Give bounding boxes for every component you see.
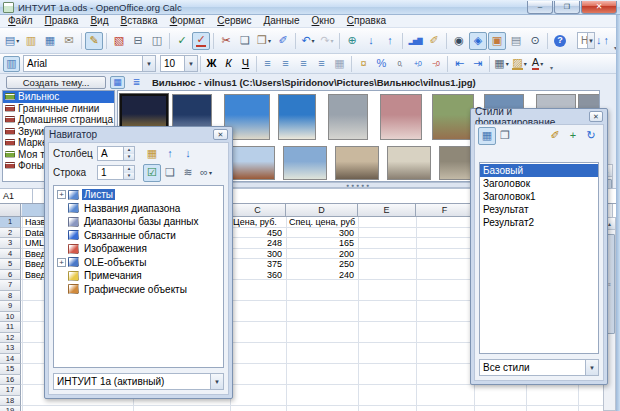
menu-item-4[interactable]: Формат (164, 15, 212, 27)
row-header-13[interactable]: 13 (0, 343, 21, 354)
copy-button[interactable]: ❏ (236, 32, 254, 50)
cell-c2[interactable]: 450 (231, 228, 284, 238)
row-header-7[interactable]: 7 (0, 280, 21, 291)
menu-item-3[interactable]: Вставка (114, 15, 163, 27)
styles-filter-dropdown-icon[interactable]: ▼ (585, 360, 598, 375)
menu-item-5[interactable]: Сервис (211, 15, 257, 27)
row-header-4[interactable]: 4 (0, 249, 21, 260)
edit-file-button[interactable]: ✎ (85, 32, 103, 50)
navigator-tree-item[interactable]: Диапазоны базы данных (54, 215, 223, 229)
title-bar[interactable]: ИНТУИТ 1a.ods - OpenOffice.org Calc (0, 0, 620, 15)
bold-button[interactable]: Ж (203, 56, 220, 72)
detail-view-toggle[interactable]: ≣ (129, 76, 144, 89)
page-styles-button[interactable]: ❐ (496, 127, 514, 145)
column-header-c[interactable]: C (230, 204, 286, 216)
italic-button[interactable]: К (220, 56, 237, 72)
select-all-corner[interactable] (0, 204, 21, 216)
align-justify-button[interactable]: ≡ (313, 56, 330, 72)
gallery-thumbnail[interactable] (328, 94, 368, 140)
paste-button[interactable]: ❒▾ (255, 32, 273, 50)
row-header-17[interactable]: 17 (0, 385, 21, 396)
drag-mode-button[interactable]: ∞▾ (197, 164, 215, 182)
print-button[interactable]: ⊟ (129, 32, 147, 50)
row-header-1[interactable]: 1 (0, 217, 21, 228)
sort-descending-button[interactable]: ↑ (381, 32, 399, 50)
spinner-arrows[interactable]: ▲▼ (123, 147, 134, 160)
font-size-dropdown-icon[interactable]: ▼ (184, 56, 197, 71)
menu-item-2[interactable]: Вид (84, 15, 114, 27)
gallery-theme-1[interactable]: Граничные линии (3, 103, 114, 115)
row-header-18[interactable]: 18 (0, 396, 21, 407)
document-selector-dropdown-icon[interactable]: ▼ (210, 374, 223, 389)
cell-c3[interactable]: 248 (231, 238, 284, 248)
spinner-arrows[interactable]: ▲▼ (123, 166, 134, 179)
find-replace-button[interactable]: ◉ (450, 32, 468, 50)
row-header-9[interactable]: 9 (0, 301, 21, 312)
email-button[interactable]: ✉ (60, 32, 78, 50)
toolbar-overflow-icon[interactable]: ▾ (550, 64, 553, 73)
auto-spellcheck-button[interactable]: ✓ (192, 32, 210, 50)
cut-button[interactable]: ✂ (217, 32, 235, 50)
expander-icon[interactable]: + (57, 258, 66, 267)
icon-view-toggle[interactable]: ▦ (110, 76, 125, 89)
new-document-button[interactable]: ▤▾ (3, 32, 21, 50)
row-header-10[interactable]: 10 (0, 312, 21, 323)
hyperlink-button[interactable]: ⊕ (343, 32, 361, 50)
name-box[interactable]: A1 (0, 189, 33, 203)
cell-c5[interactable]: 375 (231, 259, 284, 269)
column-header-d[interactable]: D (286, 204, 358, 216)
row-header-2[interactable]: 2 (0, 228, 21, 239)
find-next-button[interactable]: ↓ (595, 32, 603, 50)
style-item[interactable]: Результат (480, 203, 598, 216)
column-header-e[interactable]: E (358, 204, 416, 216)
find-dropdown-arrow-icon[interactable]: ▼ (587, 33, 594, 48)
data-range-button[interactable]: ▦ (143, 145, 161, 163)
underline-button[interactable]: Ч (237, 56, 254, 72)
style-item[interactable]: Заголовок1 (480, 190, 598, 203)
format-currency-button[interactable]: ¤ (355, 56, 372, 72)
cell-d1[interactable]: Спец. цена, руб. (287, 217, 356, 227)
update-style-button[interactable]: ↻ (582, 127, 600, 145)
spelling-button[interactable]: ✓ (173, 32, 191, 50)
navigator-tree-item[interactable]: Графические объекты (54, 283, 223, 297)
find-previous-button[interactable]: ↑ (602, 32, 610, 50)
font-size-combo[interactable]: 10 ▼ (160, 55, 198, 72)
expander-icon[interactable]: + (57, 190, 66, 199)
row-header-5[interactable]: 5 (0, 259, 21, 270)
cell-styles-button[interactable]: ▦ (478, 127, 496, 145)
align-center-button[interactable]: ≡ (277, 56, 294, 72)
increase-indent-button[interactable]: ⇥ (469, 56, 486, 72)
align-right-button[interactable]: ≡ (295, 56, 312, 72)
cell-c6[interactable]: 360 (231, 270, 284, 280)
row-header-8[interactable]: 8 (0, 291, 21, 302)
find-combo[interactable]: ▼ (577, 32, 595, 49)
row-header-11[interactable]: 11 (0, 322, 21, 333)
gallery-theme-2[interactable]: Домашняя страница (3, 114, 114, 126)
cell-d5[interactable]: 250 (287, 259, 356, 269)
background-color-button[interactable]: ▨▾ (511, 56, 528, 72)
scenarios-button[interactable]: ≋ (179, 164, 197, 182)
navigator-tree-item[interactable]: +OLE-объекты (54, 256, 223, 270)
close-icon[interactable]: ✕ (589, 111, 603, 122)
font-color-button[interactable]: А▾ (529, 56, 546, 72)
format-standard-button[interactable]: 0, (391, 56, 408, 72)
save-button[interactable]: ▦ (41, 32, 59, 50)
navigator-title-bar[interactable]: Навигатор ✕ (45, 127, 232, 142)
menu-item-0[interactable]: Файл (2, 15, 39, 27)
cell-c1[interactable]: Цена, руб. (231, 217, 284, 227)
row-header-12[interactable]: 12 (0, 333, 21, 344)
column-spinner[interactable]: A ▲▼ (97, 146, 135, 161)
contents-button[interactable]: ❏ (161, 164, 179, 182)
close-icon[interactable]: ✕ (213, 129, 228, 140)
gallery-thumbnail[interactable] (432, 94, 474, 140)
menu-item-7[interactable]: Окно (306, 15, 341, 27)
row-spinner[interactable]: 1 ▲▼ (97, 165, 135, 180)
merge-cells-button[interactable]: ▦ (331, 56, 348, 72)
gallery-thumbnail[interactable] (278, 94, 316, 140)
navigator-tree-item[interactable]: Связанные области (54, 229, 223, 243)
help-button[interactable]: ? (551, 32, 569, 50)
borders-button[interactable]: ▦▾ (493, 56, 510, 72)
fill-format-mode-button[interactable]: ✐ (546, 127, 564, 145)
redo-button[interactable]: ↷▾ (318, 32, 336, 50)
zoom-button[interactable]: ⊙ (526, 32, 544, 50)
